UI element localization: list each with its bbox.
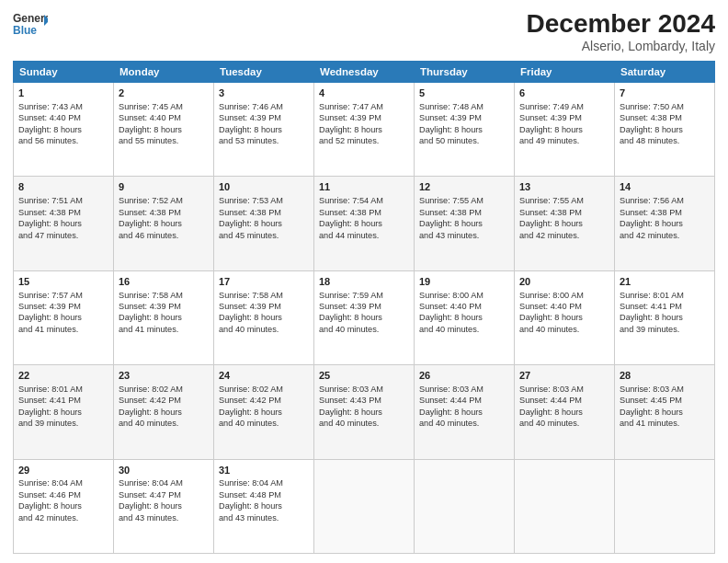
day-info-line: and 40 minutes. <box>219 324 309 335</box>
day-info-line: Sunrise: 7:59 AM <box>319 290 409 301</box>
day-info-line: Sunrise: 7:50 AM <box>620 101 710 112</box>
table-row <box>615 459 715 553</box>
day-number: 6 <box>519 86 609 100</box>
day-info-line: and 42 minutes. <box>519 230 609 241</box>
day-info-line: and 41 minutes. <box>620 418 710 429</box>
day-number: 3 <box>219 86 309 100</box>
table-row: 20Sunrise: 8:00 AMSunset: 4:40 PMDayligh… <box>515 270 615 364</box>
col-monday: Monday <box>114 62 214 83</box>
day-info-line: and 41 minutes. <box>119 324 209 335</box>
calendar-week-row: 8Sunrise: 7:51 AMSunset: 4:38 PMDaylight… <box>14 177 715 270</box>
day-info-line: Sunrise: 7:49 AM <box>519 101 609 112</box>
day-info-line: Daylight: 8 hours <box>119 407 209 418</box>
day-info-line: Sunset: 4:43 PM <box>319 395 409 406</box>
day-info-line: Sunrise: 8:01 AM <box>620 290 710 301</box>
day-number: 5 <box>419 86 509 100</box>
day-number: 2 <box>119 86 209 100</box>
day-info-line: Sunrise: 7:47 AM <box>319 101 409 112</box>
day-info-line: Sunset: 4:38 PM <box>419 207 509 218</box>
day-info-line: Sunset: 4:39 PM <box>219 112 309 123</box>
day-number: 1 <box>18 86 108 100</box>
day-info-line: Sunset: 4:38 PM <box>319 207 409 218</box>
table-row: 9Sunrise: 7:52 AMSunset: 4:38 PMDaylight… <box>114 177 214 270</box>
day-info-line: Sunrise: 7:56 AM <box>620 195 710 206</box>
day-info-line: Sunrise: 7:53 AM <box>219 195 309 206</box>
table-row: 12Sunrise: 7:55 AMSunset: 4:38 PMDayligh… <box>415 177 515 270</box>
day-info-line: Sunset: 4:46 PM <box>18 489 108 500</box>
day-number: 4 <box>319 86 409 100</box>
day-info-line: Sunrise: 7:43 AM <box>18 101 108 112</box>
title-block: December 2024 Alserio, Lombardy, Italy <box>527 9 715 53</box>
table-row: 25Sunrise: 8:03 AMSunset: 4:43 PMDayligh… <box>314 365 415 459</box>
day-info-line: Sunset: 4:39 PM <box>419 112 509 123</box>
calendar-week-row: 15Sunrise: 7:57 AMSunset: 4:39 PMDayligh… <box>14 270 715 364</box>
day-info-line: Daylight: 8 hours <box>119 312 209 323</box>
table-row: 23Sunrise: 8:02 AMSunset: 4:42 PMDayligh… <box>114 365 214 459</box>
day-info-line: Sunset: 4:38 PM <box>119 207 209 218</box>
day-info-line: Sunset: 4:38 PM <box>519 207 609 218</box>
day-info-line: Daylight: 8 hours <box>219 407 309 418</box>
day-info-line: and 49 minutes. <box>519 135 609 146</box>
logo: General Blue <box>13 9 48 39</box>
table-row: 18Sunrise: 7:59 AMSunset: 4:39 PMDayligh… <box>314 270 415 364</box>
calendar-week-row: 22Sunrise: 8:01 AMSunset: 4:41 PMDayligh… <box>14 365 715 459</box>
col-tuesday: Tuesday <box>214 62 314 83</box>
day-info-line: Sunset: 4:40 PM <box>119 112 209 123</box>
day-info-line: Daylight: 8 hours <box>419 407 509 418</box>
day-info-line: Sunrise: 7:55 AM <box>519 195 609 206</box>
day-info-line: and 52 minutes. <box>319 135 409 146</box>
day-info-line: and 40 minutes. <box>519 418 609 429</box>
day-number: 24 <box>219 369 309 383</box>
day-info-line: Sunrise: 8:00 AM <box>519 290 609 301</box>
day-info-line: and 40 minutes. <box>219 418 309 429</box>
day-number: 19 <box>419 275 509 289</box>
page-container: General Blue December 2024 Alserio, Lomb… <box>0 0 728 563</box>
table-row: 28Sunrise: 8:03 AMSunset: 4:45 PMDayligh… <box>615 365 715 459</box>
day-number: 11 <box>319 180 409 194</box>
day-info-line: Daylight: 8 hours <box>219 312 309 323</box>
col-saturday: Saturday <box>615 62 715 83</box>
logo-svg: General Blue <box>13 9 48 39</box>
day-info-line: Sunrise: 8:03 AM <box>319 384 409 395</box>
day-info-line: and 43 minutes. <box>219 512 309 523</box>
day-info-line: Daylight: 8 hours <box>319 312 409 323</box>
day-number: 23 <box>119 369 209 383</box>
day-number: 29 <box>18 464 108 477</box>
table-row: 11Sunrise: 7:54 AMSunset: 4:38 PMDayligh… <box>314 177 415 270</box>
header-row: Sunday Monday Tuesday Wednesday Thursday… <box>14 62 715 83</box>
table-row: 27Sunrise: 8:03 AMSunset: 4:44 PMDayligh… <box>515 365 615 459</box>
day-info-line: Sunset: 4:38 PM <box>620 207 710 218</box>
table-row: 24Sunrise: 8:02 AMSunset: 4:42 PMDayligh… <box>214 365 314 459</box>
day-number: 9 <box>119 180 209 194</box>
table-row <box>314 459 415 553</box>
day-info-line: Sunrise: 7:58 AM <box>119 290 209 301</box>
day-number: 31 <box>219 464 309 477</box>
day-info-line: Sunset: 4:48 PM <box>219 489 309 500</box>
main-title: December 2024 <box>527 9 715 39</box>
day-info-line: Sunrise: 8:04 AM <box>18 477 108 488</box>
day-number: 17 <box>219 275 309 289</box>
svg-text:Blue: Blue <box>13 24 37 37</box>
col-friday: Friday <box>515 62 615 83</box>
day-info-line: Daylight: 8 hours <box>119 124 209 135</box>
day-info-line: Daylight: 8 hours <box>119 500 209 511</box>
day-info-line: Daylight: 8 hours <box>620 124 710 135</box>
day-info-line: and 47 minutes. <box>18 230 108 241</box>
table-row: 7Sunrise: 7:50 AMSunset: 4:38 PMDaylight… <box>615 83 715 177</box>
day-number: 10 <box>219 180 309 194</box>
day-info-line: and 40 minutes. <box>519 324 609 335</box>
day-info-line: Daylight: 8 hours <box>18 312 108 323</box>
day-info-line: Sunrise: 7:52 AM <box>119 195 209 206</box>
table-row: 16Sunrise: 7:58 AMSunset: 4:39 PMDayligh… <box>114 270 214 364</box>
day-info-line: Daylight: 8 hours <box>319 407 409 418</box>
day-number: 16 <box>119 275 209 289</box>
calendar: Sunday Monday Tuesday Wednesday Thursday… <box>13 61 715 554</box>
day-info-line: Daylight: 8 hours <box>18 124 108 135</box>
day-info-line: Sunrise: 7:54 AM <box>319 195 409 206</box>
col-sunday: Sunday <box>14 62 114 83</box>
day-info-line: Sunset: 4:38 PM <box>620 112 710 123</box>
table-row: 19Sunrise: 8:00 AMSunset: 4:40 PMDayligh… <box>415 270 515 364</box>
day-info-line: and 56 minutes. <box>18 135 108 146</box>
table-row: 14Sunrise: 7:56 AMSunset: 4:38 PMDayligh… <box>615 177 715 270</box>
day-number: 12 <box>419 180 509 194</box>
